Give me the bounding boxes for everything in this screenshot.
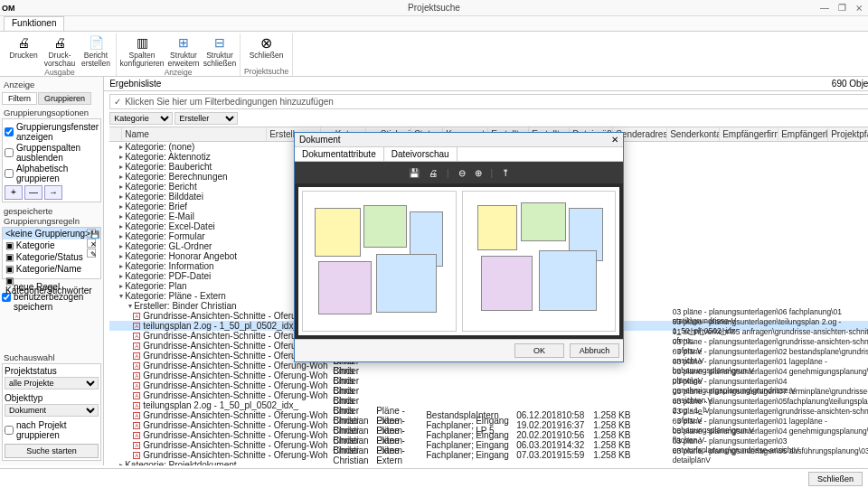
alpha-group-label: Alphabetisch gruppieren bbox=[16, 164, 99, 183]
filter-bar[interactable]: ✓ Klicken Sie hier um Filterbedingungen … bbox=[109, 94, 868, 109]
dialog-close-icon[interactable]: ✕ bbox=[611, 135, 618, 145]
close-button[interactable]: ⨯ bbox=[855, 3, 863, 13]
rule-rename-button[interactable]: ✎ bbox=[87, 249, 96, 258]
expand-icon: ⊞ bbox=[175, 33, 193, 52]
group-tab[interactable]: Gruppieren bbox=[38, 92, 91, 105]
zoom-out-icon[interactable]: ⊖ bbox=[458, 168, 466, 178]
projektstatus-label: Projektstatus bbox=[5, 366, 99, 376]
ribbon: 🖨Drucken 🖨Druck- vorschau 📄Bericht erste… bbox=[0, 32, 868, 77]
app-logo: OM bbox=[0, 4, 20, 13]
group-plus-button[interactable]: + bbox=[5, 185, 23, 200]
ribbon-tab-funktionen[interactable]: Funktionen bbox=[4, 16, 64, 31]
group-by-project-label: nach Projekt gruppieren bbox=[16, 420, 99, 440]
result-count: 690 Objekte bbox=[832, 79, 868, 89]
ribbon-group-projektsuche: Projektsuche bbox=[244, 67, 288, 76]
rule-kategorie-stichwörter[interactable]: ▣ Kategorie/Stichwörter bbox=[3, 275, 100, 296]
ribbon-group-anzeige: Anzeige bbox=[165, 68, 193, 77]
projektstatus-select[interactable]: alle Projekte bbox=[5, 377, 99, 389]
left-panel: Anzeige Filtern Gruppieren Gruppierungso… bbox=[0, 77, 104, 465]
result-title: Ergebnisliste bbox=[109, 79, 161, 89]
hide-group-cols-check[interactable] bbox=[5, 148, 14, 157]
report-icon: 📄 bbox=[87, 33, 105, 52]
hide-group-cols-label: Gruppenspalten ausblenden bbox=[16, 143, 99, 163]
printer-icon: 🖨 bbox=[14, 33, 33, 52]
suchauswahl-label: Suchauswahl bbox=[4, 352, 99, 362]
show-grouping-window-label: Gruppierungsfenster anzeigen bbox=[16, 122, 99, 142]
group-minus-button[interactable]: — bbox=[24, 185, 42, 200]
titlebar: OM Projektsuche — ❐ ⨯ bbox=[0, 0, 868, 16]
document-preview-dialog: Dokument ✕ Dokumentattribute Dateivorsch… bbox=[294, 132, 624, 362]
tab-dokumentattribute[interactable]: Dokumentattribute bbox=[295, 147, 384, 161]
group-by-project-check[interactable] bbox=[5, 426, 14, 435]
print-preview-button[interactable]: 🖨Druck- vorschau bbox=[43, 33, 76, 68]
minimize-button[interactable]: — bbox=[820, 3, 829, 13]
preview-toolbar: 💾 🖨 | ⊖ ⊕ | ⤒ bbox=[295, 162, 623, 183]
filter-icon: ✓ bbox=[114, 97, 121, 107]
file-row[interactable]: AGrundrisse-Ansichten-Schnitte - Oferung… bbox=[109, 450, 868, 460]
dialog-ok-button[interactable]: OK bbox=[514, 343, 564, 358]
print-button[interactable]: 🖨Drucken bbox=[7, 33, 40, 68]
columns-icon: ▥ bbox=[133, 33, 151, 52]
zoom-in-icon[interactable]: ⊕ bbox=[475, 168, 482, 178]
floorplan-left bbox=[302, 191, 457, 332]
ribbon-group-ausgabe: Ausgabe bbox=[44, 68, 75, 77]
pdf-tool-icon[interactable]: ⤒ bbox=[502, 168, 509, 178]
report-button[interactable]: 📄Bericht erstellen bbox=[80, 33, 112, 68]
floorplan-right bbox=[462, 191, 617, 332]
filter-tab[interactable]: Filtern bbox=[2, 92, 37, 105]
collapse-structure-button[interactable]: ⊟Struktur schließen bbox=[203, 33, 236, 68]
kategorie-group-select[interactable]: Kategorie bbox=[109, 112, 173, 125]
dialog-cancel-button[interactable]: Abbruch bbox=[570, 343, 619, 358]
print-icon[interactable]: 🖨 bbox=[429, 168, 438, 178]
save-icon[interactable]: 💾 bbox=[409, 168, 420, 178]
start-search-button[interactable]: Suche starten bbox=[5, 444, 99, 458]
columns-config-button[interactable]: ▥Spalten konfigurieren bbox=[120, 33, 164, 68]
expand-structure-button[interactable]: ⊞Struktur erweitern bbox=[167, 33, 200, 68]
saved-rules-label: gespeicherte Gruppierungsregeln bbox=[4, 206, 99, 226]
objekttyp-select[interactable]: Dokument bbox=[5, 404, 99, 417]
saved-rules-list[interactable]: <keine Gruppierung> ▣ Kategorie ▣ Katego… bbox=[2, 227, 101, 279]
restore-button[interactable]: ❐ bbox=[838, 3, 846, 13]
preview-pane: 💾 🖨 | ⊖ ⊕ | ⤒ bbox=[295, 162, 623, 339]
filter-hint: Klicken Sie hier um Filterbedingungen hi… bbox=[125, 97, 334, 107]
footer-close-button[interactable]: Schließen bbox=[808, 472, 863, 486]
collapse-icon: ⊟ bbox=[211, 33, 229, 52]
preview-icon: 🖨 bbox=[51, 33, 69, 52]
group-arrow-button[interactable]: → bbox=[44, 185, 62, 200]
show-grouping-window-check[interactable] bbox=[5, 127, 14, 136]
panel-anzeige-title: Anzeige bbox=[4, 80, 99, 89]
objekttyp-label: Objekttyp bbox=[5, 393, 99, 403]
rule-kategorie-name[interactable]: ▣ Kategorie/Name bbox=[3, 263, 100, 275]
footer: Schließen bbox=[0, 468, 868, 488]
rule-save-button[interactable]: 💾 bbox=[87, 229, 96, 238]
grouping-options-box: Gruppierungsfenster anzeigen Gruppenspal… bbox=[2, 118, 101, 202]
suchauswahl-box: Projektstatus alle Projekte Objekttyp Do… bbox=[2, 363, 101, 461]
alpha-group-check[interactable] bbox=[5, 169, 14, 178]
window-title: Projektsuche bbox=[0, 3, 868, 13]
ersteller-group-select[interactable]: Ersteller bbox=[175, 112, 238, 125]
tab-dateivorschau[interactable]: Dateivorschau bbox=[384, 147, 458, 161]
ribbon-tabs: Funktionen bbox=[0, 16, 868, 32]
close-circle-icon: ⊗ bbox=[258, 33, 276, 52]
close-search-button[interactable]: ⊗Schließen bbox=[250, 33, 283, 60]
rule-delete-button[interactable]: ✕ bbox=[87, 239, 96, 248]
grouping-options-label: Gruppierungsoptionen bbox=[4, 108, 99, 117]
dialog-title: Dokument bbox=[299, 135, 341, 145]
